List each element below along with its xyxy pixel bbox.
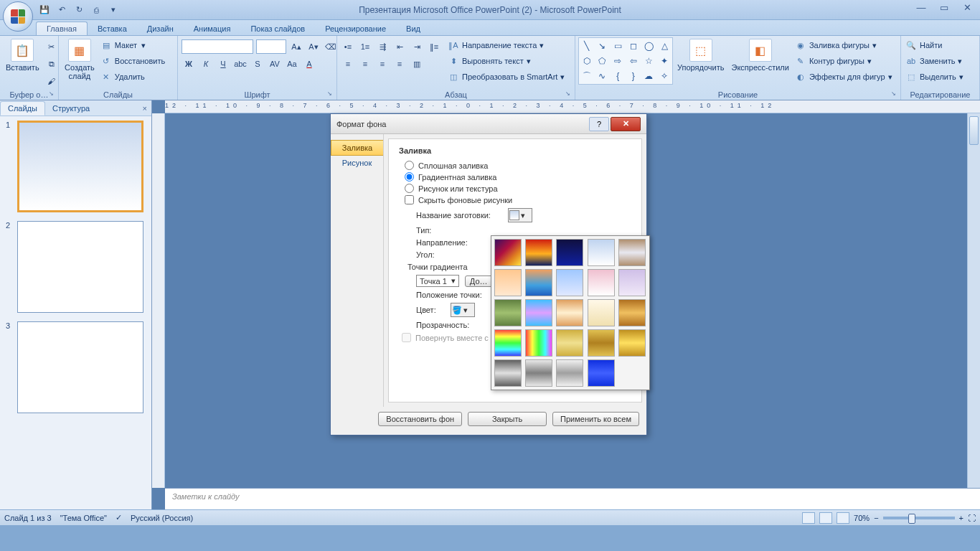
undo-icon[interactable]: ↶	[55, 3, 69, 17]
check-hide-bg[interactable]: Скрыть фоновые рисунки	[405, 195, 631, 204]
justify-icon[interactable]: ≡	[392, 56, 407, 72]
new-slide-button[interactable]: ▦Создать слайд	[62, 37, 98, 82]
tab-design[interactable]: Дизайн	[137, 22, 184, 35]
close-button[interactable]: Закрыть	[468, 412, 547, 426]
font-family-combo[interactable]	[182, 39, 253, 54]
delete-slide-button[interactable]: ✕Удалить	[99, 69, 166, 85]
radio-gradient[interactable]: Градиентная заливка	[405, 172, 631, 182]
slide-thumb-3[interactable]	[17, 321, 143, 413]
align-left-icon[interactable]: ≡	[340, 56, 356, 72]
tab-home[interactable]: Главная	[36, 22, 88, 35]
indent-left-icon[interactable]: ⇤	[392, 39, 407, 55]
change-case-icon[interactable]: Aa	[284, 56, 300, 72]
gradient-preset[interactable]	[556, 329, 583, 357]
slide-thumb-2[interactable]	[17, 221, 143, 313]
shadow-icon[interactable]: S	[250, 56, 265, 72]
gradient-preset[interactable]	[588, 329, 615, 357]
align-center-icon[interactable]: ≡	[357, 56, 373, 72]
cut-icon[interactable]: ✂	[44, 39, 60, 55]
spellcheck-icon[interactable]: ✓	[116, 513, 122, 522]
gradient-preset[interactable]	[525, 329, 552, 357]
select-button[interactable]: ⬚Выделить▾	[904, 69, 965, 85]
sorter-view-icon[interactable]	[819, 512, 832, 524]
gradient-preset[interactable]	[525, 269, 552, 296]
text-direction-button[interactable]: ‖AНаправление текста▾	[446, 37, 566, 53]
shrink-font-icon[interactable]: A▾	[306, 39, 321, 55]
qat-more-icon[interactable]: ▾	[106, 3, 121, 17]
reset-button[interactable]: ↺Восстановить	[99, 53, 166, 69]
copy-icon[interactable]: ⧉	[44, 56, 60, 72]
gradient-preset[interactable]	[588, 359, 615, 387]
redo-icon[interactable]: ↻	[72, 3, 86, 17]
bullets-icon[interactable]: •≡	[340, 39, 356, 55]
shape-effects-button[interactable]: ◐Эффекты для фигур▾	[793, 69, 894, 85]
gradient-preset[interactable]	[494, 239, 522, 266]
save-icon[interactable]: 💾	[37, 3, 52, 17]
gradient-preset[interactable]	[556, 239, 583, 266]
columns-icon[interactable]: ▥	[409, 56, 425, 72]
tab-slideshow[interactable]: Показ слайдов	[240, 22, 315, 35]
bold-icon[interactable]: Ж	[181, 56, 197, 72]
normal-view-icon[interactable]	[802, 512, 815, 524]
arrange-button[interactable]: ⬚Упорядочить	[674, 37, 727, 73]
underline-icon[interactable]: Ч	[215, 56, 231, 72]
line-spacing-icon[interactable]: ‖≡	[426, 39, 442, 55]
minimize-icon[interactable]: —	[913, 1, 930, 13]
tab-view[interactable]: Вид	[396, 22, 430, 35]
quick-styles-button[interactable]: ◧Экспресс-стили	[728, 37, 791, 73]
maximize-icon[interactable]: ▭	[936, 1, 953, 13]
gradient-preset[interactable]	[494, 269, 522, 296]
font-size-combo[interactable]	[256, 39, 286, 54]
gradient-preset[interactable]	[494, 359, 522, 387]
tab-outline[interactable]: Структура	[45, 102, 97, 115]
gradient-preset[interactable]	[556, 269, 583, 296]
numbering-icon[interactable]: 1≡	[357, 39, 373, 55]
multilevel-icon[interactable]: ⇶	[374, 39, 390, 55]
print-icon[interactable]: ⎙	[89, 3, 103, 17]
office-button[interactable]	[3, 1, 33, 32]
zoom-slider[interactable]	[883, 517, 955, 519]
font-color-icon[interactable]: A	[301, 56, 317, 72]
fit-window-icon[interactable]: ⛶	[968, 514, 976, 522]
nav-picture[interactable]: Рисунок	[331, 156, 383, 170]
close-icon[interactable]: ✕	[958, 1, 976, 13]
slideshow-view-icon[interactable]	[837, 512, 849, 524]
dialog-help-icon[interactable]: ?	[589, 117, 609, 131]
grow-font-icon[interactable]: A▴	[288, 39, 304, 55]
dialog-close-icon[interactable]: ✕	[611, 117, 641, 131]
replace-button[interactable]: abЗаменить▾	[904, 53, 965, 69]
radio-solid[interactable]: Сплошная заливка	[405, 161, 631, 170]
color-dropdown[interactable]: 🪣▾	[451, 303, 475, 317]
gradient-preset[interactable]	[618, 269, 646, 296]
gradient-preset[interactable]	[494, 299, 522, 326]
smartart-button[interactable]: ◫Преобразовать в SmartArt▾	[446, 69, 566, 85]
align-text-button[interactable]: ⬍Выровнять текст▾	[446, 53, 566, 69]
nav-fill[interactable]: Заливка	[331, 140, 383, 156]
char-spacing-icon[interactable]: AV	[267, 56, 283, 72]
zoom-out-icon[interactable]: −	[874, 514, 878, 522]
find-button[interactable]: 🔍Найти	[904, 37, 965, 53]
reset-bg-button[interactable]: Восстановить фон	[378, 412, 462, 426]
zoom-in-icon[interactable]: +	[959, 514, 963, 522]
stop-combo[interactable]: Точка 1▾	[416, 275, 459, 287]
gradient-preset[interactable]	[494, 329, 522, 357]
radio-picture[interactable]: Рисунок или текстура	[405, 184, 631, 193]
slide-thumb-1[interactable]	[17, 121, 143, 212]
gradient-preset[interactable]	[588, 239, 615, 266]
gradient-preset[interactable]	[618, 329, 646, 357]
gradient-preset[interactable]	[556, 299, 583, 326]
indent-right-icon[interactable]: ⇥	[409, 39, 425, 55]
gradient-preset[interactable]	[525, 299, 552, 326]
tab-animation[interactable]: Анимация	[184, 22, 241, 35]
shape-fill-button[interactable]: ◉Заливка фигуры▾	[793, 37, 894, 53]
preset-dropdown[interactable]: ▾	[508, 208, 532, 222]
gradient-preset[interactable]	[588, 299, 615, 326]
gradient-preset[interactable]	[556, 359, 583, 387]
gradient-preset[interactable]	[525, 359, 552, 387]
dialog-titlebar[interactable]: Формат фона ? ✕	[331, 114, 646, 134]
tab-review[interactable]: Рецензирование	[315, 22, 396, 35]
shape-outline-button[interactable]: ✎Контур фигуры▾	[793, 53, 894, 69]
clear-format-icon[interactable]: ⌫	[323, 39, 339, 55]
italic-icon[interactable]: К	[198, 56, 214, 72]
align-right-icon[interactable]: ≡	[374, 56, 390, 72]
